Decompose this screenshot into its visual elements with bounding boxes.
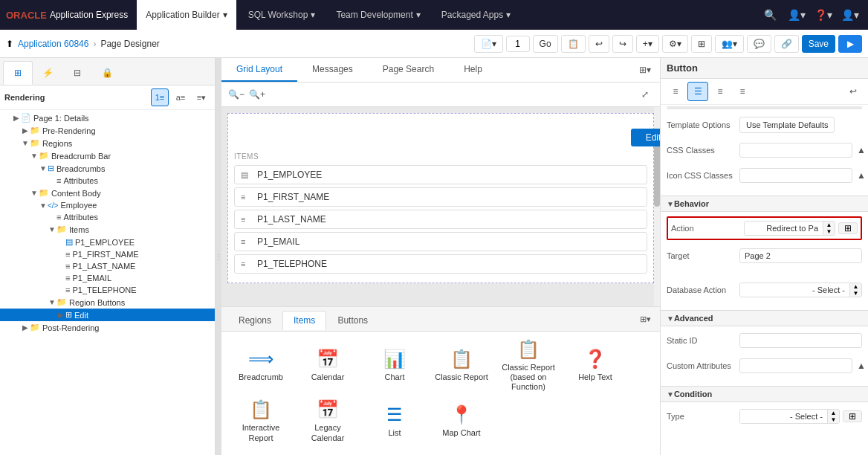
canvas-item-p1-last-name[interactable]: ≡ P1_LAST_NAME bbox=[234, 210, 647, 229]
app-breadcrumb[interactable]: Application 60846 bbox=[18, 39, 88, 49]
tree-item-edit[interactable]: ▶ ⊞ Edit bbox=[0, 309, 215, 321]
tree-item-breadcrumbs[interactable]: ▼ ⊟ Breadcrumbs bbox=[0, 162, 215, 175]
right-align-left-btn[interactable]: ≡ bbox=[665, 82, 686, 101]
add-btn[interactable]: +▾ bbox=[636, 35, 659, 53]
expand-canvas-btn[interactable]: ⤢ bbox=[636, 85, 654, 103]
page-number-input[interactable] bbox=[506, 36, 530, 52]
tree-item-items-folder[interactable]: ▼ 📁 Items bbox=[0, 223, 215, 236]
grid-btn[interactable]: ⊞ bbox=[691, 35, 712, 53]
settings-btn[interactable]: ⚙▾ bbox=[662, 35, 688, 53]
user-icon-btn[interactable]: 👤▾ bbox=[785, 3, 809, 27]
save-copy-btn[interactable]: 📋 bbox=[561, 35, 586, 53]
tree-item-pre-rendering[interactable]: ▶ 📁 Pre-Rendering bbox=[0, 124, 215, 137]
account-icon-btn[interactable]: 👤▾ bbox=[838, 3, 862, 27]
db-action-arrow-down[interactable]: ▼ bbox=[850, 290, 861, 297]
layout-options-btn[interactable]: ⊞▾ bbox=[636, 61, 654, 79]
tree-item-post-rendering[interactable]: ▶ 📁 Post-Rendering bbox=[0, 321, 215, 334]
widget-classic-report[interactable]: 📋 Classic Report bbox=[428, 338, 495, 393]
share-btn[interactable]: 🔗 bbox=[774, 35, 799, 53]
save-button[interactable]: Save bbox=[802, 35, 835, 53]
tree-item-region-buttons[interactable]: ▼ 📁 Region Buttons bbox=[0, 296, 215, 309]
static-id-input[interactable] bbox=[739, 333, 862, 348]
new-file-btn[interactable]: 📄▾ bbox=[474, 35, 503, 53]
tree-item-page1[interactable]: ▶ 📄 Page 1: Details bbox=[0, 112, 215, 124]
run-button[interactable]: ▶ bbox=[838, 35, 862, 53]
bottom-tab-items[interactable]: Items bbox=[282, 311, 326, 330]
left-tab-rendering[interactable]: ⊞ bbox=[3, 61, 33, 85]
condition-type-select[interactable]: - Select - ▲ ▼ bbox=[739, 409, 840, 424]
icon-css-classes-expand-btn[interactable]: ▲ bbox=[854, 170, 868, 181]
edit-canvas-button[interactable]: Edit bbox=[631, 129, 660, 146]
redo-btn[interactable]: ↪ bbox=[612, 35, 633, 53]
left-tab-dynamic-actions[interactable]: ⚡ bbox=[33, 61, 62, 85]
tree-item-p1-last-name[interactable]: ≡ P1_LAST_NAME bbox=[0, 260, 215, 272]
css-classes-expand-btn[interactable]: ▲ bbox=[854, 145, 868, 155]
tree-item-regions[interactable]: ▼ 📁 Regions bbox=[0, 137, 215, 149]
left-tab-security[interactable]: 🔒 bbox=[92, 61, 122, 85]
custom-attrs-input[interactable] bbox=[739, 358, 852, 373]
tab-messages[interactable]: Messages bbox=[297, 58, 368, 82]
db-action-arrow-up[interactable]: ▲ bbox=[850, 283, 861, 290]
widget-interactive-report[interactable]: 📋 Interactive Report bbox=[227, 393, 294, 449]
team-btn[interactable]: 👥▾ bbox=[715, 35, 744, 53]
nav-tab-sql-workshop[interactable]: SQL Workshop ▾ bbox=[239, 0, 325, 30]
action-select[interactable]: Redirect to Pa ▲ ▼ bbox=[744, 221, 835, 236]
tree-item-p1-employee[interactable]: ▤ P1_EMPLOYEE bbox=[0, 236, 215, 248]
widget-classic-report-fn[interactable]: 📋 Classic Report (based on Function) bbox=[495, 338, 562, 393]
nav-tab-team-dev[interactable]: Team Development ▾ bbox=[327, 0, 429, 30]
behavior-section-header[interactable]: ▼ Behavior bbox=[661, 196, 868, 212]
zoom-in-btn[interactable]: 🔍+ bbox=[248, 85, 266, 103]
bottom-layout-btn[interactable]: ⊞▾ bbox=[636, 310, 654, 328]
help-icon-btn[interactable]: ❓▾ bbox=[812, 3, 835, 27]
target-input[interactable] bbox=[739, 248, 862, 263]
canvas-item-p1-email[interactable]: ≡ P1_EMAIL bbox=[234, 232, 647, 251]
left-divider[interactable]: ⋮ bbox=[216, 58, 221, 455]
custom-attrs-expand-btn[interactable]: ▲ bbox=[854, 361, 868, 371]
list-alpha-icon[interactable]: a≡ bbox=[172, 88, 190, 106]
right-align-justify-btn[interactable]: ≡ bbox=[732, 82, 753, 101]
left-tab-page-shared[interactable]: ⊟ bbox=[62, 61, 92, 85]
nav-tab-app-builder[interactable]: Application Builder ▾ bbox=[137, 0, 236, 30]
db-action-select[interactable]: - Select - ▲ ▼ bbox=[739, 283, 862, 297]
tree-item-p1-email[interactable]: ≡ P1_EMAIL bbox=[0, 272, 215, 284]
tree-item-p1-telephone[interactable]: ≡ P1_TELEPHONE bbox=[0, 284, 215, 296]
undo-btn[interactable]: ↩ bbox=[589, 35, 609, 53]
chat-btn[interactable]: 💬 bbox=[747, 35, 771, 53]
tree-item-attributes-breadcrumbs[interactable]: ≡ Attributes bbox=[0, 175, 215, 187]
right-align-right-btn[interactable]: ≡ bbox=[710, 82, 731, 101]
advanced-section-header[interactable]: ▼ Advanced bbox=[661, 310, 868, 326]
tree-item-attributes-employee[interactable]: ≡ Attributes bbox=[0, 211, 215, 223]
tree-item-p1-first-name[interactable]: ≡ P1_FIRST_NAME bbox=[0, 248, 215, 260]
canvas-item-p1-first-name[interactable]: ≡ P1_FIRST_NAME bbox=[234, 187, 647, 207]
action-list-btn[interactable]: ⊞ bbox=[838, 222, 858, 234]
right-align-center-btn[interactable]: ☰ bbox=[687, 82, 708, 101]
filter-icon[interactable]: ≡▾ bbox=[192, 88, 210, 106]
tab-page-search[interactable]: Page Search bbox=[368, 58, 449, 82]
condition-type-list-btn[interactable]: ⊞ bbox=[843, 410, 862, 422]
bottom-tab-buttons[interactable]: Buttons bbox=[326, 311, 379, 330]
condition-type-arrow-up[interactable]: ▲ bbox=[828, 410, 839, 416]
canvas-item-p1-employee[interactable]: ▤ P1_EMPLOYEE bbox=[234, 165, 647, 184]
tree-item-employee[interactable]: ▼ </> Employee bbox=[0, 199, 215, 211]
action-arrow-up[interactable]: ▲ bbox=[823, 222, 835, 228]
use-template-defaults-btn[interactable]: Use Template Defaults bbox=[739, 117, 835, 133]
go-button[interactable]: Go bbox=[533, 35, 558, 53]
list-numbered-icon[interactable]: 1≡ bbox=[151, 88, 169, 106]
widget-list[interactable]: ☰ List bbox=[361, 393, 428, 449]
tree-item-content-body[interactable]: ▼ 📁 Content Body bbox=[0, 187, 215, 199]
widget-calendar[interactable]: 📅 Calendar bbox=[294, 338, 361, 393]
widget-help-text[interactable]: ❓ Help Text bbox=[562, 338, 629, 393]
zoom-out-btn[interactable]: 🔍− bbox=[227, 85, 245, 103]
widget-map-chart[interactable]: 📍 Map Chart bbox=[428, 393, 495, 449]
css-classes-input[interactable] bbox=[739, 143, 852, 158]
widget-legacy-calendar[interactable]: 📅 Legacy Calendar bbox=[294, 393, 361, 449]
widget-chart[interactable]: 📊 Chart bbox=[361, 338, 428, 393]
widget-breadcrumb[interactable]: ⟹ Breadcrumb bbox=[227, 338, 294, 393]
right-undo-btn[interactable]: ↩ bbox=[843, 82, 864, 101]
canvas-item-p1-telephone[interactable]: ≡ P1_TELEPHONE bbox=[234, 254, 647, 274]
search-icon-btn[interactable]: 🔍 bbox=[758, 3, 782, 27]
nav-tab-packaged-apps[interactable]: Packaged Apps ▾ bbox=[433, 0, 519, 30]
bottom-tab-regions[interactable]: Regions bbox=[227, 311, 282, 330]
tree-item-breadcrumb-bar[interactable]: ▼ 📁 Breadcrumb Bar bbox=[0, 149, 215, 162]
tab-grid-layout[interactable]: Grid Layout bbox=[221, 58, 297, 82]
